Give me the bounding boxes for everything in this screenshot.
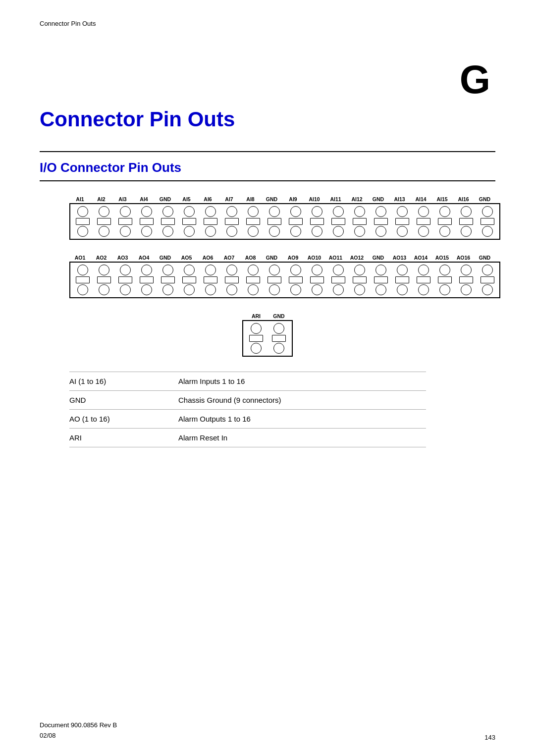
connector-cell xyxy=(370,226,391,237)
pin-rect xyxy=(97,218,111,225)
connector-cell xyxy=(221,226,242,237)
connector-cell xyxy=(136,218,157,225)
pin-circle xyxy=(248,284,259,295)
section-title: I/O Connector Pin Outs xyxy=(40,160,495,175)
pin-circle xyxy=(251,323,262,334)
connector-cell xyxy=(93,284,114,295)
legend-abbr: AI (1 to 16) xyxy=(69,372,178,391)
connector-cell xyxy=(455,218,477,225)
connector-cell xyxy=(413,226,434,237)
connector-cell xyxy=(391,276,413,283)
pin-circle xyxy=(120,226,131,237)
pin-circle xyxy=(77,206,88,217)
pin-rect xyxy=(353,276,367,283)
pin-rect xyxy=(204,218,217,225)
connector-cell xyxy=(264,284,285,295)
connector-cell xyxy=(72,218,93,225)
connector-cell xyxy=(178,265,200,275)
connector-cell xyxy=(200,276,221,283)
pin-circle xyxy=(290,226,301,237)
connector-cell xyxy=(178,276,200,283)
connector-cell xyxy=(242,226,264,237)
connector-cell xyxy=(200,206,221,217)
connector-cell xyxy=(370,284,391,295)
pin-circle xyxy=(439,284,450,295)
connector-cell xyxy=(114,226,136,237)
pin-circle xyxy=(354,284,365,295)
pin-rect xyxy=(246,276,260,283)
connector-cell xyxy=(93,206,114,217)
connector-cell xyxy=(477,276,498,283)
legend-row: GNDChassis Ground (9 connectors) xyxy=(69,391,426,410)
pin-circle xyxy=(184,206,195,217)
connector-cell xyxy=(264,218,285,225)
connector-row xyxy=(245,343,290,354)
legend-row: AI (1 to 16)Alarm Inputs 1 to 16 xyxy=(69,372,426,391)
pin-circle xyxy=(99,265,109,275)
pin-rect xyxy=(481,276,494,283)
connector-cell xyxy=(327,218,349,225)
pin-circle xyxy=(333,226,344,237)
connector-cell xyxy=(306,226,327,237)
pin-circle xyxy=(226,206,237,217)
pin-circle xyxy=(141,226,152,237)
connector-cell xyxy=(455,206,477,217)
pin-circle xyxy=(312,226,322,237)
pin-rect xyxy=(161,218,175,225)
connector-cell xyxy=(114,218,136,225)
pin-circle xyxy=(77,265,88,275)
connector-row xyxy=(245,335,290,342)
pin-rect xyxy=(204,276,217,283)
connector-cell xyxy=(306,265,327,275)
page-title: Connector Pin Outs xyxy=(40,108,495,131)
pin-rect xyxy=(481,218,494,225)
connector-cell xyxy=(349,218,370,225)
pin-rect xyxy=(76,276,90,283)
pin-circle xyxy=(312,265,322,275)
ao-connector-area: AO1AO2AO3AO4GNDAO5AO6AO7AO8GNDAO9AO10AO1… xyxy=(69,255,495,298)
connector-cell xyxy=(434,206,455,217)
connector-cell xyxy=(114,276,136,283)
connector-cell xyxy=(413,218,434,225)
connector-cell xyxy=(157,284,178,295)
pin-circle xyxy=(99,284,109,295)
pin-rect xyxy=(118,276,132,283)
connector-cell xyxy=(221,206,242,217)
pin-rect xyxy=(438,276,452,283)
connector-cell xyxy=(349,265,370,275)
connector-cell xyxy=(306,218,327,225)
breadcrumb: Connector Pin Outs xyxy=(40,20,495,27)
connector-cell xyxy=(413,276,434,283)
connector-cell xyxy=(157,265,178,275)
connector-cell xyxy=(477,206,498,217)
connector-cell xyxy=(413,284,434,295)
pin-circle xyxy=(482,265,493,275)
legend-table: AI (1 to 16)Alarm Inputs 1 to 16GNDChass… xyxy=(69,372,426,447)
pin-circle xyxy=(418,226,429,237)
ai-connector-block xyxy=(69,203,500,240)
pin-circle xyxy=(290,284,301,295)
pin-circle xyxy=(397,265,408,275)
connector-row xyxy=(72,226,498,237)
connector-cell xyxy=(221,284,242,295)
connector-cell xyxy=(242,206,264,217)
chapter-letter: G xyxy=(40,57,495,103)
pin-circle xyxy=(77,284,88,295)
connector-cell xyxy=(72,226,93,237)
legend-desc: Alarm Inputs 1 to 16 xyxy=(178,372,426,391)
connector-cell xyxy=(200,218,221,225)
pin-rect xyxy=(140,218,154,225)
pin-rect xyxy=(97,276,111,283)
connector-cell xyxy=(306,276,327,283)
connector-cell xyxy=(349,284,370,295)
pin-circle xyxy=(273,343,284,354)
connector-cell xyxy=(477,218,498,225)
connector-cell xyxy=(391,218,413,225)
connector-cell xyxy=(114,265,136,275)
pin-circle xyxy=(290,206,301,217)
pin-circle xyxy=(162,206,173,217)
legend-desc: Alarm Reset In xyxy=(178,429,426,447)
connector-cell xyxy=(477,226,498,237)
connector-cell xyxy=(245,335,268,342)
connector-cell xyxy=(221,218,242,225)
